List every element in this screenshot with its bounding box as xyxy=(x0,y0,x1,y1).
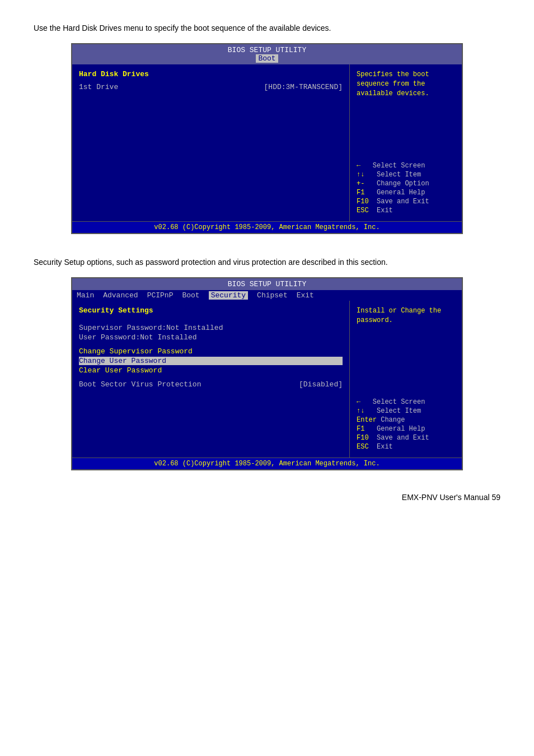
bios-panel-1: BIOS SETUP UTILITY Boot Hard Disk Drives… xyxy=(71,43,463,234)
bios2-boot-sector-value: [Disabled] xyxy=(299,380,343,389)
bios1-key-hints: ← Select Screen ↑↓ Select Item +- Change… xyxy=(357,162,455,216)
bios2-supervisor-row: Supervisor Password:Not Installed xyxy=(79,324,343,332)
bios2-title-bar: BIOS SETUP UTILITY xyxy=(72,278,462,290)
bios2-change-user[interactable]: Change User Password xyxy=(79,357,343,365)
bios2-key-4: F1 General Help xyxy=(357,425,455,433)
bios2-help-text: Install or Change the password. xyxy=(357,306,455,325)
bios2-key-2: ↑↓ Select Item xyxy=(357,407,455,415)
bios2-nav-advanced[interactable]: Advanced xyxy=(103,291,138,300)
bios2-user-row: User Password:Not Installed xyxy=(79,333,343,342)
bios1-key-5: F10 Save and Exit xyxy=(357,198,455,206)
bios2-change-supervisor[interactable]: Change Supervisor Password xyxy=(79,347,343,356)
bios1-key-1: ← Select Screen xyxy=(357,162,455,170)
bios2-user-value: :Not Installed xyxy=(135,333,196,342)
bios1-key-3: +- Change Option xyxy=(357,180,455,188)
bios2-key-hints: ← Select Screen ↑↓ Select Item Enter Cha… xyxy=(357,398,455,452)
bios2-nav-pcipnp[interactable]: PCIPnP xyxy=(147,291,174,300)
bios1-drive-label: 1st Drive xyxy=(79,83,118,91)
bios1-title: BIOS SETUP UTILITY xyxy=(228,46,306,54)
bios2-title: BIOS SETUP UTILITY xyxy=(228,280,306,288)
description-1: Use the Hard Disk Drives menu to specify… xyxy=(34,22,493,34)
bios2-user-label: User Password xyxy=(79,333,135,342)
bios2-supervisor-value: :Not Installed xyxy=(162,324,223,332)
bios1-title-bar: BIOS SETUP UTILITY Boot xyxy=(72,44,462,64)
bios1-key-6: ESC Exit xyxy=(357,207,455,214)
bios2-supervisor-label: Supervisor Password xyxy=(79,324,162,332)
bios2-section-title: Security Settings xyxy=(79,306,343,315)
bios2-nav-exit[interactable]: Exit xyxy=(297,291,314,300)
bios2-nav-chipset[interactable]: Chipset xyxy=(257,291,288,300)
bios1-drive-row: 1st Drive [HDD:3M-TRANSCEND] xyxy=(79,83,343,91)
bios2-key-6: ESC Exit xyxy=(357,443,455,451)
bios1-section-title: Hard Disk Drives xyxy=(79,70,343,78)
bios2-nav-security[interactable]: Security xyxy=(209,291,248,300)
bios2-key-3: Enter Change xyxy=(357,416,455,424)
bios2-nav: Main Advanced PCIPnP Boot Security Chips… xyxy=(72,290,462,301)
bios1-footer: v02.68 (C)Copyright 1985-2009, American … xyxy=(72,221,462,233)
bios2-key-5: F10 Save and Exit xyxy=(357,434,455,442)
bios2-key-1: ← Select Screen xyxy=(357,398,455,406)
bios-panel-2: BIOS SETUP UTILITY Main Advanced PCIPnP … xyxy=(71,277,463,470)
description-2: Security Setup options, such as password… xyxy=(34,256,493,268)
bios2-nav-main[interactable]: Main xyxy=(77,291,94,300)
bios1-key-4: F1 General Help xyxy=(357,189,455,197)
bios2-boot-sector-label: Boot Sector Virus Protection xyxy=(79,380,201,389)
bios1-key-2: ↑↓ Select Item xyxy=(357,171,455,179)
bios1-drive-value: [HDD:3M-TRANSCEND] xyxy=(264,83,343,91)
bios2-footer: v02.68 (C)Copyright 1985-2009, American … xyxy=(72,458,462,469)
bios2-clear-user[interactable]: Clear User Password xyxy=(79,366,343,375)
bios1-tab[interactable]: Boot xyxy=(256,54,278,63)
bios2-boot-sector-row: Boot Sector Virus Protection [Disabled] xyxy=(79,380,343,389)
bios1-help-text: Specifies the boot sequence from the ava… xyxy=(357,70,455,98)
page-footer: EMX-PNV User's Manual 59 xyxy=(34,493,500,502)
bios2-nav-boot[interactable]: Boot xyxy=(182,291,199,300)
